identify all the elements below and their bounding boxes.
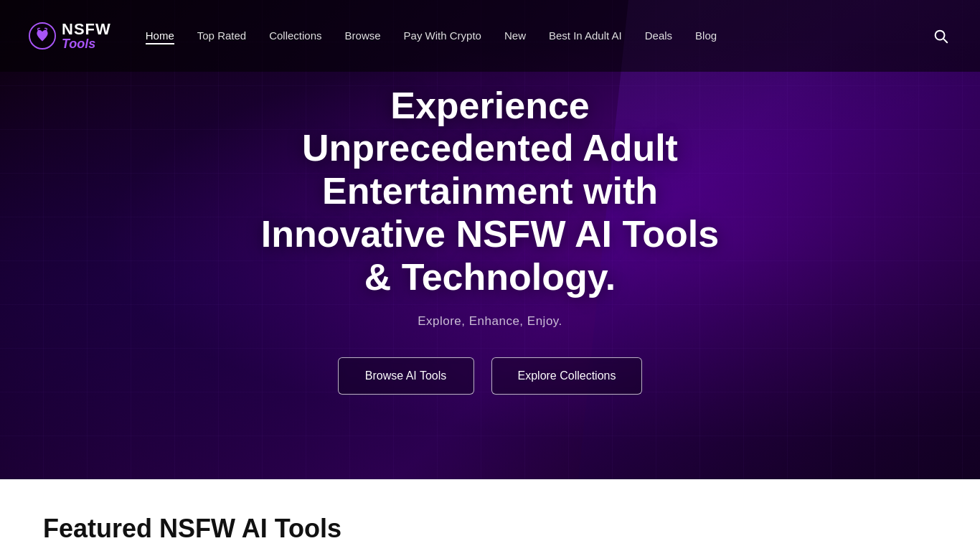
- nav-item-blog[interactable]: Blog: [695, 29, 717, 42]
- hero-content: Experience Unprecedented Adult Entertain…: [246, 85, 734, 395]
- logo-icon: [29, 22, 56, 50]
- nav-link-pay-with-crypto[interactable]: Pay With Crypto: [404, 29, 481, 42]
- nav-link-top-rated[interactable]: Top Rated: [197, 29, 246, 42]
- logo-text: NSFW Tools: [62, 22, 111, 50]
- nav-item-collections[interactable]: Collections: [269, 29, 321, 42]
- logo-tools-label: Tools: [62, 37, 111, 50]
- nav-link-collections[interactable]: Collections: [269, 29, 321, 42]
- explore-collections-button[interactable]: Explore Collections: [491, 357, 643, 395]
- nav-link-home[interactable]: Home: [146, 29, 174, 44]
- nav-link-new[interactable]: New: [504, 29, 526, 42]
- nav-item-home[interactable]: Home: [146, 29, 174, 42]
- nav-link-best-in-adult-ai[interactable]: Best In Adult AI: [549, 29, 622, 42]
- logo-nsfw-label: NSFW: [62, 22, 111, 37]
- featured-section-title: Featured NSFW AI Tools: [43, 514, 937, 544]
- nav-item-top-rated[interactable]: Top Rated: [197, 29, 246, 42]
- nav-link-browse[interactable]: Browse: [345, 29, 381, 42]
- search-button[interactable]: [930, 25, 951, 47]
- nav-item-pay-with-crypto[interactable]: Pay With Crypto: [404, 29, 481, 42]
- nav-item-deals[interactable]: Deals: [645, 29, 672, 42]
- nav-link-blog[interactable]: Blog: [695, 29, 717, 42]
- hero-buttons: Browse AI Tools Explore Collections: [260, 357, 720, 395]
- svg-line-2: [943, 39, 947, 42]
- hero-title: Experience Unprecedented Adult Entertain…: [260, 85, 720, 299]
- nav-link-deals[interactable]: Deals: [645, 29, 672, 42]
- browse-ai-tools-button[interactable]: Browse AI Tools: [338, 357, 474, 395]
- search-icon: [933, 28, 948, 44]
- nav-item-new[interactable]: New: [504, 29, 526, 42]
- logo-link[interactable]: NSFW Tools: [29, 22, 111, 50]
- nav-item-best-in-adult-ai[interactable]: Best In Adult AI: [549, 29, 622, 42]
- hero-section: Experience Unprecedented Adult Entertain…: [0, 0, 980, 479]
- featured-section: Featured NSFW AI Tools: [0, 479, 980, 551]
- nav-item-browse[interactable]: Browse: [345, 29, 381, 42]
- navbar: NSFW Tools Home Top Rated Collections Br…: [0, 0, 980, 72]
- hero-subtitle: Explore, Enhance, Enjoy.: [260, 314, 720, 329]
- nav-links: Home Top Rated Collections Browse Pay Wi…: [146, 29, 930, 42]
